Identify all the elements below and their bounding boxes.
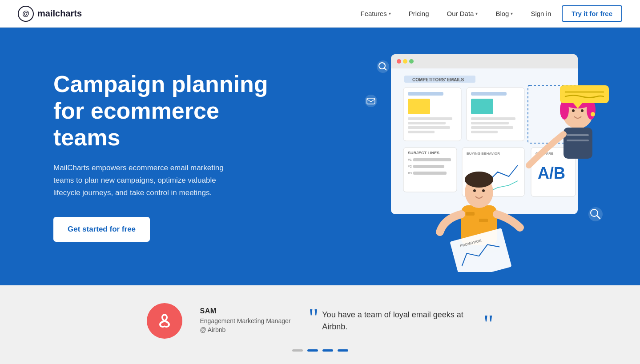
svg-rect-10 (408, 99, 430, 114)
svg-rect-18 (471, 117, 515, 120)
testimonial-dot-3[interactable] (322, 349, 333, 352)
open-quote-icon: " (308, 305, 318, 330)
testimonial-dot-2[interactable] (307, 349, 318, 352)
logo[interactable]: @ mailcharts (18, 6, 82, 22)
testimonial-name: SAM (200, 307, 291, 315)
airbnb-icon (155, 311, 174, 331)
svg-rect-11 (408, 117, 452, 120)
svg-rect-61 (560, 85, 609, 103)
hero-cta-button[interactable]: Get started for free (53, 217, 150, 242)
svg-rect-27 (413, 165, 444, 168)
svg-text:#2: #2 (408, 164, 412, 168)
svg-point-47 (473, 189, 476, 192)
logo-text: mailcharts (37, 8, 82, 19)
testimonial-dots (292, 349, 348, 352)
nav-signin[interactable]: Sign in (523, 6, 558, 21)
svg-rect-17 (471, 99, 493, 114)
quote-wrapper: " You have a team of loyal email geeks a… (308, 309, 493, 333)
svg-rect-9 (408, 92, 443, 96)
testimonial-content: SAM Engagement Marketing Manager @ Airbn… (120, 303, 520, 339)
hero-section: Campaign planning for ecommerce teams Ma… (0, 28, 640, 285)
testimonial-dot-4[interactable] (338, 349, 348, 352)
svg-rect-16 (471, 92, 507, 96)
nav-try-free-button[interactable]: Try it for free (562, 5, 622, 22)
hero-title: Campaign planning for ecommerce teams (53, 71, 276, 151)
testimonial-section: SAM Engagement Marketing Manager @ Airbn… (0, 285, 640, 364)
svg-rect-12 (408, 122, 446, 124)
svg-rect-2 (391, 62, 578, 68)
svg-point-55 (572, 109, 575, 112)
testimonial-role: Engagement Marketing Manager @ Airbnb (200, 317, 291, 334)
svg-point-46 (465, 172, 493, 188)
testimonial-dot-1[interactable] (292, 349, 303, 352)
svg-text:A/B: A/B (538, 164, 565, 182)
svg-point-4 (403, 59, 407, 64)
nav-blog[interactable]: Blog ▾ (488, 6, 520, 21)
svg-rect-60 (567, 140, 589, 141)
nav-pricing[interactable]: Pricing (402, 6, 436, 21)
svg-rect-25 (413, 158, 451, 161)
svg-point-3 (397, 59, 401, 64)
svg-text:COMPETITORS' EMAILS: COMPETITORS' EMAILS (412, 77, 464, 82)
svg-rect-44 (479, 219, 488, 222)
navbar: @ mailcharts Features ▾ Pricing Our Data… (0, 0, 640, 28)
nav-our-data[interactable]: Our Data ▾ (440, 6, 485, 21)
svg-point-5 (409, 59, 414, 64)
logo-at-symbol: @ (18, 6, 34, 22)
hero-subtitle: MailCharts empowers ecommerce email mark… (53, 162, 240, 199)
svg-rect-49 (450, 228, 511, 272)
svg-text:SUBJECT LINES: SUBJECT LINES (408, 151, 439, 155)
hero-illustration-svg: COMPETITORS' EMAILS SUBJECT LINES #1 #2 (346, 41, 622, 272)
svg-text:BUYING BEHAVIOR: BUYING BEHAVIOR (467, 152, 500, 156)
svg-point-36 (377, 60, 389, 73)
svg-rect-21 (471, 131, 498, 133)
svg-point-57 (591, 112, 595, 116)
blog-caret-icon: ▾ (511, 11, 513, 16)
our-data-caret-icon: ▾ (475, 11, 478, 16)
svg-text:#1: #1 (408, 158, 412, 162)
hero-content: Campaign planning for ecommerce teams Ma… (53, 71, 276, 242)
hero-illustration: COMPETITORS' EMAILS SUBJECT LINES #1 #2 (329, 28, 640, 285)
svg-rect-43 (466, 212, 475, 216)
svg-text:#3: #3 (408, 171, 412, 175)
svg-rect-20 (471, 126, 513, 129)
features-caret-icon: ▾ (389, 11, 391, 16)
svg-rect-29 (413, 172, 447, 175)
close-quote-icon: " (483, 312, 494, 336)
svg-rect-13 (408, 126, 450, 129)
svg-point-39 (365, 95, 377, 107)
svg-rect-14 (408, 131, 435, 133)
testimonial-person: SAM Engagement Marketing Manager @ Airbn… (200, 307, 291, 334)
svg-rect-59 (567, 134, 589, 136)
nav-links: Features ▾ Pricing Our Data ▾ Blog ▾ Sig… (353, 5, 622, 22)
testimonial-avatar (147, 303, 182, 339)
svg-rect-58 (564, 128, 592, 159)
nav-features[interactable]: Features ▾ (353, 6, 398, 21)
svg-rect-19 (471, 122, 509, 124)
testimonial-quote-text: You have a team of loyal email geeks at … (322, 309, 479, 333)
svg-point-56 (581, 109, 584, 112)
svg-point-48 (482, 189, 485, 192)
